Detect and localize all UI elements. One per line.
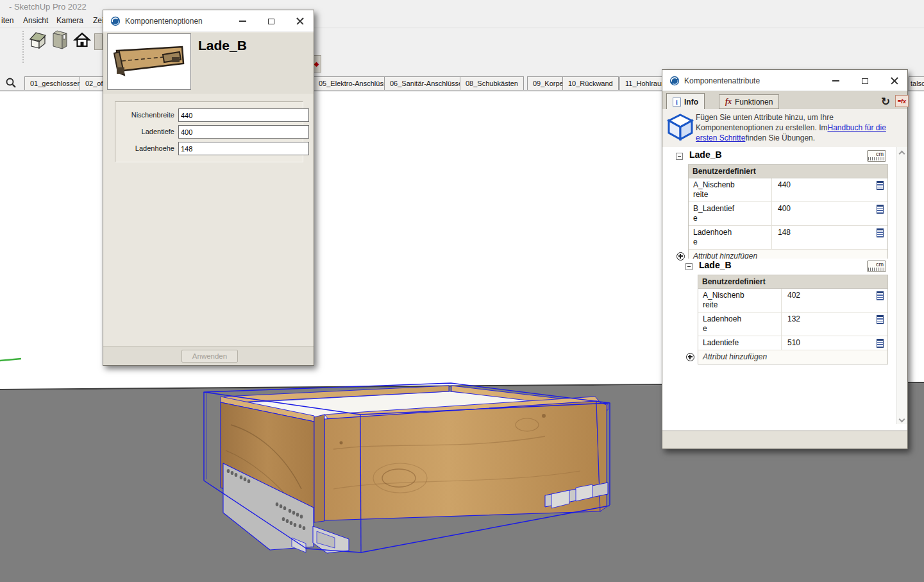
scroll-down-icon[interactable]: [900, 416, 905, 421]
table1-component-name: Lade_B: [689, 150, 722, 160]
info-icon: i: [673, 98, 681, 107]
options-titlebar[interactable]: Komponentenoptionen: [103, 10, 314, 32]
tab-info[interactable]: i Info: [666, 93, 705, 110]
apply-button[interactable]: Anwenden: [181, 350, 238, 363]
table-row: Ladentiefe 510: [698, 336, 887, 350]
search-icon[interactable]: [5, 77, 17, 89]
scene-tab-08-schubkaesten[interactable]: 08_Schubkästen: [460, 76, 524, 90]
tab-funktionen-label: Funktionen: [735, 98, 773, 107]
detail-list-icon[interactable]: [877, 181, 884, 190]
fx-icon: fx: [725, 97, 732, 107]
attr-value: 132: [787, 314, 877, 323]
attributes-scrollbar[interactable]: [896, 147, 907, 424]
table-row: Ladenhoehe 148: [689, 226, 887, 250]
table2-header: Lade_B cm: [684, 259, 888, 275]
options-component-name: Lade_B: [198, 38, 247, 53]
attr-value-cell[interactable]: 400: [772, 202, 887, 225]
menu-item-ansicht[interactable]: Ansicht: [23, 14, 48, 27]
component-thumbnail: [107, 33, 191, 90]
attributes-minimize-button[interactable]: [828, 74, 843, 87]
collapse-icon[interactable]: [685, 263, 693, 270]
options-close-button[interactable]: [293, 15, 307, 28]
house-3d-icon[interactable]: [28, 31, 49, 51]
attr-value-cell[interactable]: 148: [772, 226, 887, 249]
scene-tab-01-geschlossen[interactable]: 01_geschlossen: [24, 76, 87, 90]
component-attributes-dialog: Komponentenattribute i Info fx Funktione…: [662, 69, 908, 449]
attr-value-cell[interactable]: 510: [782, 336, 887, 350]
scroll-up-icon[interactable]: [900, 150, 905, 155]
ladentiefe-label: Ladentiefe: [119, 125, 174, 139]
table1-header: Lade_B cm: [674, 148, 888, 164]
attributes-dialog-title: Komponentenattribute: [684, 70, 760, 92]
cabinet-icon[interactable]: [51, 30, 72, 50]
scene-tab-06-sanitaer[interactable]: 06_Sanitär-Anschlüsse: [384, 76, 468, 90]
component-thumbnail-image: [108, 34, 190, 89]
options-maximize-button[interactable]: [264, 15, 278, 28]
scene-tab-10-rueckwand[interactable]: 10_Rückwand: [562, 76, 619, 90]
ladenhoehe-input[interactable]: [178, 142, 309, 155]
home-icon[interactable]: [73, 31, 94, 51]
attr-value: 440: [778, 180, 877, 189]
options-footer: Anwenden: [103, 346, 314, 365]
ladenhoehe-label: Ladenhoehe: [119, 142, 174, 155]
attr-value-cell[interactable]: 402: [782, 289, 887, 312]
options-dialog-title: Komponentenoptionen: [125, 10, 203, 32]
add-attribute-row[interactable]: Attribut hinzufügen: [698, 350, 887, 364]
attr-label: Ladenhoehe: [703, 314, 744, 334]
refresh-icon[interactable]: ↻: [878, 94, 893, 108]
units-icon[interactable]: cm: [867, 261, 886, 272]
attributes-titlebar[interactable]: Komponentenattribute: [662, 70, 907, 91]
toolbar-grip[interactable]: [22, 31, 24, 63]
table1-section-label: Benutzerdefiniert: [689, 165, 887, 178]
attribute-table-2: Lade_B cm Benutzerdefiniert A_Nischenbre…: [684, 259, 888, 364]
options-header: Lade_B: [103, 33, 314, 94]
sketchup-window: - SketchUp Pro 2022 iten Ansicht Kamera …: [0, 0, 924, 582]
detail-list-icon[interactable]: [877, 205, 884, 214]
detail-list-icon[interactable]: [877, 315, 884, 324]
add-attribute-label: Attribut hinzufügen: [703, 352, 767, 361]
detail-list-icon[interactable]: [877, 339, 884, 348]
partial-toolbar-icon[interactable]: [94, 33, 103, 50]
table2-component-name: Lade_B: [699, 260, 732, 270]
detail-list-icon[interactable]: [877, 291, 884, 300]
menu-item-kamera[interactable]: Kamera: [56, 14, 83, 27]
form-row-ladenhoehe: Ladenhoehe: [115, 142, 303, 156]
attr-label: A_Nischenbreite: [693, 180, 735, 200]
form-row-nischenbreite: Nischenbreite: [115, 108, 303, 123]
ladentiefe-input[interactable]: [178, 125, 309, 139]
attributes-close-button[interactable]: [887, 74, 902, 87]
table-row: A_Nischenbreite 440: [689, 178, 887, 202]
attributes-maximize-button[interactable]: [858, 74, 872, 87]
attr-value-cell[interactable]: 132: [782, 312, 887, 336]
attr-value: 510: [787, 338, 877, 347]
sketchup-logo-icon: [110, 16, 121, 26]
attribute-table-1: Lade_B cm Benutzerdefiniert A_Nischenbre…: [674, 148, 888, 264]
scene-tab-far-right[interactable]: talsch: [909, 76, 924, 90]
attributes-info-text: Fügen Sie unten Attribute hinzu, um Ihre…: [696, 112, 891, 143]
tab-info-label: Info: [684, 98, 698, 107]
menu-item-bearbeiten[interactable]: iten: [1, 14, 13, 27]
attributes-tabrow: i Info fx Funktionen ↻ =fx: [662, 91, 907, 109]
options-form: Nischenbreite Ladentiefe Ladenhoehe: [115, 101, 303, 162]
attributes-content: Lade_B cm Benutzerdefiniert A_Nischenbre…: [662, 147, 907, 431]
info-text-before: Fügen Sie unten Attribute hinzu, um Ihre…: [696, 113, 834, 132]
tab-funktionen[interactable]: fx Funktionen: [719, 94, 779, 109]
table2-body: Benutzerdefiniert A_Nischenbreite 402 La…: [698, 275, 888, 364]
add-attribute-icon[interactable]: [686, 353, 694, 361]
attributes-info-banner: Fügen Sie unten Attribute hinzu, um Ihre…: [662, 109, 907, 147]
attr-label: Ladenhoehe: [693, 228, 735, 247]
attr-label: B_Ladentiefe: [693, 204, 735, 223]
attributes-status-strip: [662, 431, 907, 449]
dynamic-component-icon: [666, 112, 694, 142]
options-minimize-button[interactable]: [235, 15, 249, 28]
table-row: B_Ladentiefe 400: [689, 202, 887, 226]
nischenbreite-input[interactable]: [178, 108, 309, 122]
eval-fx-icon[interactable]: =fx: [895, 95, 909, 107]
table1-body: Benutzerdefiniert A_Nischenbreite 440 B_…: [688, 164, 888, 264]
detail-list-icon[interactable]: [877, 228, 884, 237]
sketchup-logo-icon: [669, 76, 680, 86]
units-icon[interactable]: cm: [867, 150, 886, 162]
attr-value-cell[interactable]: 440: [772, 178, 887, 201]
collapse-icon[interactable]: [676, 153, 683, 160]
window-title: - SketchUp Pro 2022: [9, 2, 87, 12]
